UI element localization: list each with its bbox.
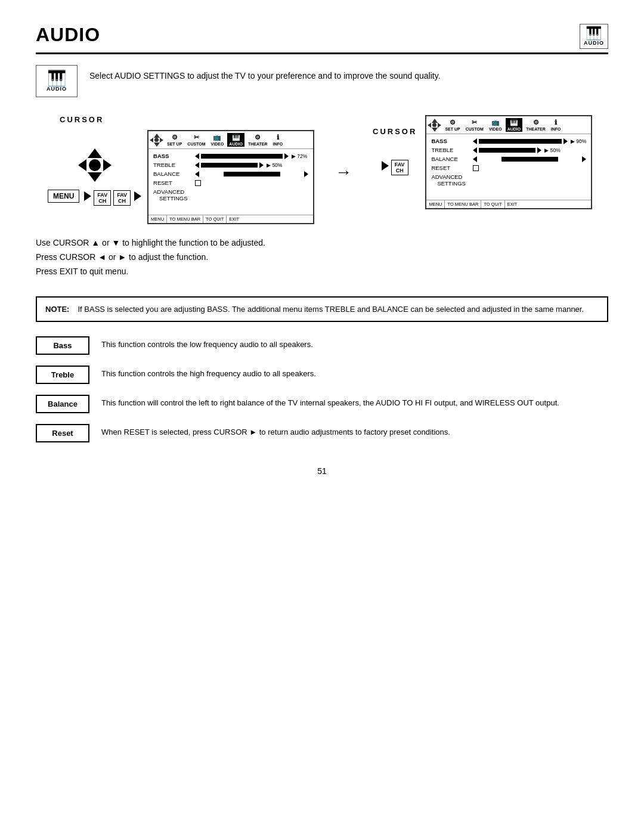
right-screen-footer: MENU TO MENU BAR TO QUIT EXIT bbox=[426, 200, 591, 208]
left-menu-custom: ✂CUSTOM bbox=[185, 133, 207, 147]
left-footer-menu: MENU bbox=[148, 215, 167, 223]
left-menu-bar: ⚙SET UP ✂CUSTOM 📺VIDEO 🎹AUDIO ⚙THEATER ℹ… bbox=[148, 131, 313, 149]
def-term-balance: Balance bbox=[36, 395, 89, 413]
def-row-treble: Treble This function controls the high f… bbox=[36, 366, 608, 384]
dpad-up-arrow bbox=[88, 148, 102, 158]
right-menu-arrow bbox=[382, 161, 389, 171]
menu-fav-row: MENU FAV CH FAV CH bbox=[48, 187, 141, 206]
left-menu-audio: 🎹AUDIO bbox=[227, 133, 244, 147]
instruction-line-1: Use CURSOR ▲ or ▼ to highlight the funct… bbox=[36, 236, 608, 250]
right-menu-info: ℹINFO bbox=[549, 118, 563, 132]
left-row-settings: SETTINGS bbox=[153, 195, 308, 202]
intro-text: Select AUDIO SETTINGS to adjust the TV t… bbox=[89, 65, 441, 80]
left-fav-ch: FAV CH FAV CH bbox=[94, 190, 131, 206]
left-cursor-label: CURSOR bbox=[60, 115, 104, 124]
note-text: If BASS is selected you are adjusting BA… bbox=[78, 305, 584, 314]
def-desc-treble: This function controls the high frequenc… bbox=[101, 366, 608, 378]
def-desc-reset: When RESET is selected, press CURSOR ► t… bbox=[101, 424, 608, 436]
right-row-bass: BASS ▶ 90% bbox=[431, 138, 586, 144]
left-footer-to-menu-bar: TO MENU BAR bbox=[167, 215, 203, 223]
def-row-balance: Balance This function will control the l… bbox=[36, 395, 608, 413]
right-footer-to-menu-bar: TO MENU BAR bbox=[445, 200, 481, 208]
def-term-treble: Treble bbox=[36, 366, 89, 384]
piano-icon: 🎹 bbox=[586, 27, 602, 40]
dpad-left-arrow bbox=[78, 159, 86, 171]
menu-label: MENU bbox=[48, 190, 79, 203]
left-row-treble: TREBLE ▶ 50% bbox=[153, 162, 308, 168]
left-screen-dpad bbox=[150, 134, 163, 147]
intro-icon-label: AUDIO bbox=[47, 86, 67, 92]
instructions-block: Use CURSOR ▲ or ▼ to highlight the funct… bbox=[36, 236, 608, 278]
right-menu-custom: ✂CUSTOM bbox=[464, 118, 485, 132]
right-fav-ch: FAV CH bbox=[391, 160, 408, 175]
def-term-bass: Bass bbox=[36, 336, 89, 355]
right-row-advanced: ADVANCED bbox=[431, 174, 586, 180]
right-cursor-label: CURSOR bbox=[373, 127, 417, 136]
right-row-balance: BALANCE bbox=[431, 156, 586, 162]
instruction-line-3: Press EXIT to quit menu. bbox=[36, 265, 608, 279]
right-diagram: CURSOR FAV CH bbox=[373, 115, 592, 209]
page-header: AUDIO 🎹 AUDIO bbox=[36, 24, 608, 54]
fav-arrow bbox=[134, 191, 141, 201]
right-footer-to-quit: TO QUIT bbox=[481, 200, 504, 208]
def-desc-bass: This function controls the low frequency… bbox=[101, 336, 608, 349]
menu-arrow bbox=[84, 191, 91, 201]
right-menu-bar: ⚙SET UP ✂CUSTOM 📺VIDEO 🎹AUDIO ⚙THEATER ℹ… bbox=[426, 116, 591, 134]
dpad-center bbox=[89, 159, 101, 171]
def-term-reset: Reset bbox=[36, 424, 89, 442]
right-menu-setup: ⚙SET UP bbox=[443, 118, 462, 132]
def-row-reset: Reset When RESET is selected, press CURS… bbox=[36, 424, 608, 442]
dpad-right-arrow bbox=[103, 159, 112, 171]
left-remote: MENU FAV CH FAV CH bbox=[48, 148, 141, 206]
right-footer-exit: EXIT bbox=[505, 200, 520, 208]
page-number: 51 bbox=[36, 466, 608, 476]
left-menu-theater: ⚙THEATER bbox=[246, 133, 270, 147]
note-box: NOTE: If BASS is selected you are adjust… bbox=[36, 296, 608, 322]
left-dpad bbox=[78, 148, 112, 182]
instruction-line-2: Press CURSOR ◄ or ► to adjust the functi… bbox=[36, 250, 608, 265]
right-footer-menu: MENU bbox=[426, 200, 445, 208]
def-desc-balance: This function will control the left to r… bbox=[101, 395, 608, 407]
left-row-balance: BALANCE bbox=[153, 171, 308, 177]
dpad-down-arrow bbox=[88, 172, 102, 182]
note-label: NOTE: bbox=[45, 305, 69, 314]
right-row-reset: RESET bbox=[431, 165, 586, 171]
left-row-advanced: ADVANCED bbox=[153, 188, 308, 195]
intro-icon-box: 🎹 AUDIO bbox=[36, 65, 78, 97]
right-screen-content: BASS ▶ 90% TREBLE bbox=[426, 134, 591, 200]
left-row-bass: BASS ▶ 72% bbox=[153, 153, 308, 159]
def-row-bass: Bass This function controls the low freq… bbox=[36, 336, 608, 355]
right-menu-audio: 🎹AUDIO bbox=[506, 118, 523, 132]
ch-box: FAV CH bbox=[113, 190, 131, 206]
left-screen-content: BASS ▶ 72% TREBLE bbox=[148, 149, 313, 215]
left-diagram: CURSOR MENU bbox=[48, 115, 314, 224]
transition-arrow: → bbox=[335, 163, 352, 182]
fav-box: FAV CH bbox=[94, 190, 111, 206]
right-remote-group: CURSOR FAV CH bbox=[373, 127, 417, 175]
page-title: AUDIO bbox=[36, 24, 100, 46]
left-menu-info: ℹINFO bbox=[271, 133, 284, 147]
right-fav-box: FAV CH bbox=[391, 160, 408, 175]
right-row-settings: SETTINGS bbox=[431, 180, 586, 187]
right-screen-panel: ⚙SET UP ✂CUSTOM 📺VIDEO 🎹AUDIO ⚙THEATER ℹ… bbox=[425, 115, 592, 209]
definitions-section: Bass This function controls the low freq… bbox=[36, 336, 608, 442]
left-footer-exit: EXIT bbox=[227, 215, 242, 223]
left-screen-panel: ⚙SET UP ✂CUSTOM 📺VIDEO 🎹AUDIO ⚙THEATER ℹ… bbox=[147, 130, 314, 224]
left-row-reset: RESET bbox=[153, 179, 308, 186]
left-menu-setup: ⚙SET UP bbox=[165, 133, 184, 147]
left-footer-to-quit: TO QUIT bbox=[203, 215, 227, 223]
diagram-section: CURSOR MENU bbox=[48, 115, 608, 224]
left-menu-video: 📺VIDEO bbox=[209, 133, 226, 147]
right-screen-dpad bbox=[428, 119, 441, 132]
right-row-treble: TREBLE ▶ 50% bbox=[431, 147, 586, 153]
header-icon-label: AUDIO bbox=[584, 40, 604, 46]
intro-section: 🎹 AUDIO Select AUDIO SETTINGS to adjust … bbox=[36, 65, 608, 97]
header-icon-box: 🎹 AUDIO bbox=[580, 24, 608, 49]
intro-piano-icon: 🎹 bbox=[47, 70, 67, 86]
right-menu-theater: ⚙THEATER bbox=[524, 118, 547, 132]
left-screen-footer: MENU TO MENU BAR TO QUIT EXIT bbox=[148, 215, 313, 223]
right-menu-video: 📺VIDEO bbox=[487, 118, 504, 132]
